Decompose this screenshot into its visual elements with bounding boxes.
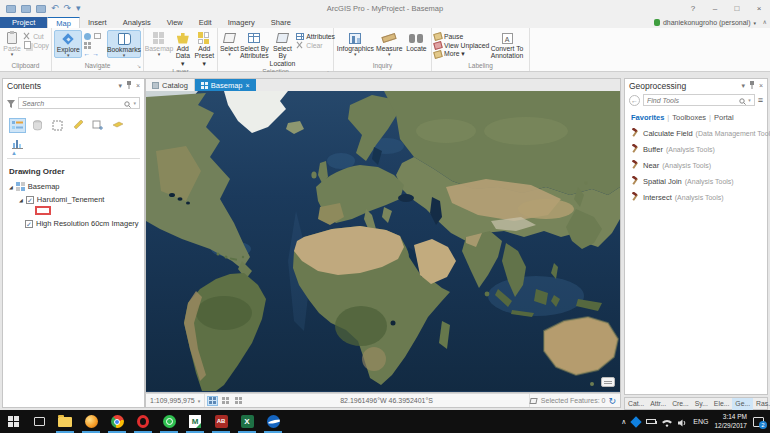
list-by-charts-icon[interactable]	[9, 136, 26, 151]
snapping-toggle-icon[interactable]	[220, 396, 231, 406]
tab-view[interactable]: View	[159, 17, 191, 28]
photos-app-button[interactable]	[78, 410, 104, 433]
volume-icon[interactable]	[678, 413, 687, 431]
previous-extent-icon[interactable]: ←	[83, 50, 90, 57]
infographics-button[interactable]: Infographics ▾	[336, 30, 375, 56]
map-overlay-button[interactable]	[601, 377, 615, 387]
tab-catalog-view[interactable]: Catalog	[146, 79, 195, 91]
list-by-selection-icon[interactable]	[49, 118, 66, 133]
geoprocessing-options-icon[interactable]: ≡	[758, 95, 763, 105]
excel-button[interactable]: X	[234, 410, 260, 433]
add-data-button[interactable]: Add Data ▾	[173, 30, 193, 67]
tab-favorites[interactable]: Favorites	[631, 113, 664, 122]
dropbox-icon[interactable]	[631, 416, 642, 427]
contents-close-icon[interactable]: ×	[136, 82, 140, 89]
whatsapp-button[interactable]	[156, 410, 182, 433]
task-view-button[interactable]	[26, 410, 52, 433]
action-center-icon[interactable]: 2	[753, 417, 764, 427]
imagery-checkbox[interactable]: ✓	[25, 220, 33, 228]
list-by-data-source-icon[interactable]	[29, 118, 46, 133]
explore-button[interactable]: Explore ▾	[54, 30, 82, 58]
tab-toolboxes[interactable]: Toolboxes	[672, 113, 706, 122]
close-button[interactable]: ×	[748, 1, 770, 17]
next-extent-icon[interactable]: →	[92, 50, 99, 57]
find-tools-box[interactable]: ▾	[643, 94, 755, 106]
dock-tab-element[interactable]: Ele...	[711, 398, 733, 410]
filter-icon[interactable]	[7, 94, 15, 112]
refresh-icon[interactable]: ↻	[608, 396, 616, 406]
list-by-drawing-order-icon[interactable]	[9, 118, 26, 133]
tool-spatial-join[interactable]: Spatial Join(Analysis Tools)	[625, 173, 767, 189]
view-unplaced-button[interactable]: View Unplaced	[434, 41, 486, 49]
expand-icon[interactable]: ◢	[9, 184, 13, 190]
cut-button[interactable]: Cut	[23, 32, 49, 40]
copy-button[interactable]: Copy	[23, 41, 49, 49]
browser-e-button[interactable]	[260, 410, 286, 433]
contents-pin-icon[interactable]	[126, 81, 132, 90]
tab-basemap-view[interactable]: Basemap ×	[195, 79, 256, 91]
map-view[interactable]	[145, 91, 621, 393]
contents-search-icon[interactable]	[124, 94, 131, 112]
fixed-zoom-button[interactable]	[83, 41, 106, 49]
layer-imagery[interactable]: ✓ High Resolution 60cm Imagery	[3, 217, 144, 230]
contents-menu-icon[interactable]: ▾	[118, 82, 122, 90]
tab-portal[interactable]: Portal	[714, 113, 734, 122]
tab-share[interactable]: Share	[263, 17, 299, 28]
layout-grid-toggle-icon[interactable]	[207, 396, 218, 406]
contents-search-input[interactable]	[22, 100, 124, 107]
navigate-launcher-icon[interactable]: ↘	[137, 62, 141, 71]
dock-tab-attributes[interactable]: Attr...	[647, 398, 669, 410]
mapping-app-button[interactable]: M	[182, 410, 208, 433]
close-map-tab-icon[interactable]: ×	[246, 82, 250, 89]
tool-intersect[interactable]: Intersect(Analysis Tools)	[625, 189, 767, 205]
tab-insert[interactable]: Insert	[80, 17, 115, 28]
wifi-icon[interactable]	[662, 413, 672, 431]
tray-expand-icon[interactable]: ∧	[621, 418, 626, 426]
paste-button[interactable]: Paste ▾	[2, 30, 22, 56]
pause-labeling-button[interactable]: Pause	[434, 32, 486, 40]
access-app-button[interactable]: AB	[208, 410, 234, 433]
find-tools-search-icon[interactable]	[739, 91, 746, 109]
tab-project[interactable]: Project	[0, 17, 47, 28]
collapse-ribbon-icon[interactable]: ∧	[763, 17, 767, 28]
more-labeling-button[interactable]: More ▾	[434, 50, 486, 58]
measure-button[interactable]: Measure ▾	[376, 30, 403, 56]
tab-edit[interactable]: Edit	[191, 17, 220, 28]
list-by-snapping-icon[interactable]	[89, 118, 106, 133]
minimize-button[interactable]: –	[704, 1, 726, 17]
start-button[interactable]	[0, 410, 26, 433]
full-extent-button[interactable]	[83, 32, 106, 40]
tool-buffer[interactable]: Buffer(Analysis Tools)	[625, 141, 767, 157]
geoprocessing-close-icon[interactable]: ×	[759, 82, 763, 89]
dock-tab-create[interactable]: Cre...	[669, 398, 692, 410]
locate-button[interactable]: Locate	[404, 30, 429, 52]
contents-search-caret-icon[interactable]: ▾	[133, 100, 136, 106]
tab-analysis[interactable]: Analysis	[115, 17, 159, 28]
clear-button[interactable]: Clear	[296, 41, 335, 49]
battery-icon[interactable]	[646, 419, 656, 424]
geoprocessing-back-icon[interactable]: ←	[629, 95, 640, 106]
add-preset-button[interactable]: Add Preset ▾	[194, 30, 215, 67]
list-by-editing-icon[interactable]	[69, 118, 86, 133]
tool-near[interactable]: Near(Analysis Tools)	[625, 157, 767, 173]
tool-calculate-field[interactable]: Calculate Field(Data Management Tools)	[625, 125, 767, 141]
tab-imagery[interactable]: Imagery	[220, 17, 263, 28]
account-menu[interactable]: dhaniekonugroho (personal) ▾	[654, 17, 756, 28]
expand-icon[interactable]: ◢	[19, 197, 23, 203]
opera-button[interactable]	[130, 410, 156, 433]
dock-tab-symbology[interactable]: Sy...	[692, 398, 711, 410]
contents-search-box[interactable]: ▾	[18, 97, 140, 109]
tenement-checkbox[interactable]: ✓	[26, 196, 34, 204]
select-by-location-button[interactable]: Select By Location	[270, 30, 296, 67]
dock-tab-geoprocessing[interactable]: Ge...	[732, 398, 753, 410]
layer-group-basemap[interactable]: ◢ Basemap	[3, 180, 144, 193]
tenement-symbol-swatch[interactable]	[35, 206, 51, 215]
select-button[interactable]: Select ▾	[220, 30, 239, 56]
attributes-button[interactable]: Attributes	[296, 32, 335, 40]
language-indicator[interactable]: ENG	[693, 418, 708, 425]
dock-tab-raster[interactable]: Ras...	[753, 398, 770, 410]
basemap-button[interactable]: Basemap ▾	[146, 30, 172, 56]
maximize-button[interactable]: □	[726, 1, 748, 17]
layer-tenement[interactable]: ◢ ✓ Harutomi_Tenement	[3, 193, 144, 206]
list-by-labeling-icon[interactable]	[109, 118, 126, 133]
